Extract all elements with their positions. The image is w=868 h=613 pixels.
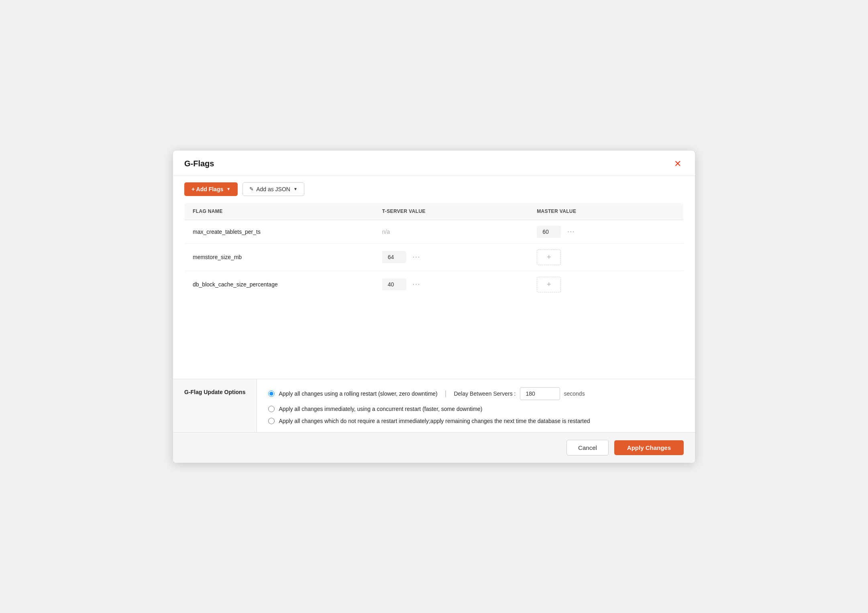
close-button[interactable]: ✕ xyxy=(672,159,684,169)
pipe-divider: | xyxy=(445,389,447,398)
table-row: db_block_cache_size_percentage40···+ xyxy=(185,271,684,298)
delay-unit-label: seconds xyxy=(564,390,585,397)
radio-rolling-label: Apply all changes using a rolling restar… xyxy=(279,390,437,397)
master-value-cell: + xyxy=(529,243,683,271)
delay-between-label: Delay Between Servers : xyxy=(454,390,516,397)
radio-concurrent-input[interactable] xyxy=(268,406,275,412)
flag-name-text: db_block_cache_size_percentage xyxy=(193,281,278,288)
tserver-value-cell: n/a xyxy=(374,220,529,243)
col-master-value: MASTER VALUE xyxy=(529,202,683,220)
update-options-label: G-Flag Update Options xyxy=(173,379,257,432)
radio-no-restart-input[interactable] xyxy=(268,418,275,424)
master-value-cell: + xyxy=(529,271,683,298)
tserver-value-box: 40 xyxy=(382,278,406,290)
flag-name-text: memstore_size_mb xyxy=(193,254,242,260)
table-row: max_create_tablets_per_tsn/a60··· xyxy=(185,220,684,243)
radio-concurrent-label: Apply all changes immediately, using a c… xyxy=(279,406,482,412)
master-dots-button[interactable]: ··· xyxy=(565,227,577,236)
modal-footer: Cancel Apply Changes xyxy=(173,432,695,463)
flag-name-cell: max_create_tablets_per_ts xyxy=(185,220,374,243)
modal-header: G-Flags ✕ xyxy=(173,151,695,176)
tserver-value-cell: 64··· xyxy=(374,243,529,271)
add-flags-button[interactable]: + Add Flags ▼ xyxy=(184,182,238,196)
modal-title: G-Flags xyxy=(184,159,214,168)
radio-no-restart: Apply all changes which do not require a… xyxy=(268,418,684,424)
tserver-value-cell: 40··· xyxy=(374,271,529,298)
radio-rolling: Apply all changes using a rolling restar… xyxy=(268,387,684,400)
tserver-na-value: n/a xyxy=(382,229,390,235)
flag-name-cell: memstore_size_mb xyxy=(185,243,374,271)
chevron-down-icon: ▼ xyxy=(226,187,230,191)
radio-no-restart-label: Apply all changes which do not require a… xyxy=(279,418,590,424)
flag-name-cell: db_block_cache_size_percentage xyxy=(185,271,374,298)
modal-toolbar: + Add Flags ▼ ✎ Add as JSON ▼ xyxy=(173,176,695,202)
master-value-box: 60 xyxy=(537,226,561,238)
tserver-dots-button[interactable]: ··· xyxy=(410,280,423,289)
table-row: memstore_size_mb64···+ xyxy=(185,243,684,271)
radio-rolling-input[interactable] xyxy=(268,390,275,397)
tserver-value-box: 64 xyxy=(382,251,406,263)
gflags-modal: G-Flags ✕ + Add Flags ▼ ✎ Add as JSON ▼ … xyxy=(173,151,695,463)
master-add-button[interactable]: + xyxy=(537,249,561,265)
col-flag-name: FLAG NAME xyxy=(185,202,374,220)
edit-icon: ✎ xyxy=(249,186,254,192)
update-options-section: G-Flag Update Options Apply all changes … xyxy=(173,379,695,432)
apply-changes-button[interactable]: Apply Changes xyxy=(614,440,684,455)
master-value-cell: 60··· xyxy=(529,220,683,243)
tserver-dots-button[interactable]: ··· xyxy=(410,253,423,262)
radio-concurrent: Apply all changes immediately, using a c… xyxy=(268,406,684,412)
col-tserver-value: T-SERVER VALUE xyxy=(374,202,529,220)
cancel-button[interactable]: Cancel xyxy=(566,440,609,456)
empty-table-area xyxy=(184,298,684,379)
add-flags-label: + Add Flags xyxy=(192,186,223,192)
delay-input[interactable] xyxy=(520,387,560,400)
add-as-json-button[interactable]: ✎ Add as JSON ▼ xyxy=(242,182,304,196)
chevron-down-icon: ▼ xyxy=(293,187,297,191)
master-add-button[interactable]: + xyxy=(537,277,561,292)
table-header-row: FLAG NAME T-SERVER VALUE MASTER VALUE xyxy=(185,202,684,220)
flags-table-section: FLAG NAME T-SERVER VALUE MASTER VALUE ma… xyxy=(173,202,695,379)
update-options-content: Apply all changes using a rolling restar… xyxy=(257,379,695,432)
add-json-label: Add as JSON xyxy=(256,186,290,192)
flag-name-text: max_create_tablets_per_ts xyxy=(193,229,261,235)
flags-table: FLAG NAME T-SERVER VALUE MASTER VALUE ma… xyxy=(184,202,684,298)
